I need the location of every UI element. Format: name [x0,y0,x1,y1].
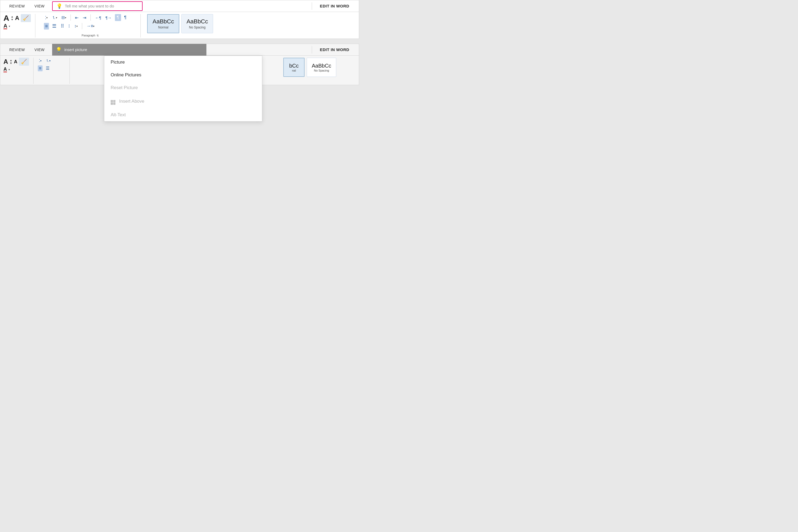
justify-icon: ⁝ [68,23,70,29]
bullet-dropdown-arrow[interactable]: ▾ [46,16,48,19]
numbered-dropdown-arrow[interactable]: ▾ [56,16,57,19]
align-right-button[interactable]: ⠿ [60,23,65,30]
line-spacing-arrow[interactable]: ▾ [76,25,78,28]
style-no-spacing-label: No Spacing [189,25,206,29]
numbered-list-button[interactable]: ⒈ ▾ [51,15,58,21]
bottom-lightbulb-icon: 💡 [56,47,62,53]
table-icon [111,98,115,105]
tell-me-active-input[interactable] [64,48,203,52]
bottom-font-section: A ▲▼ A 🧹 A ▾ [3,58,34,84]
decrease-font-button[interactable]: A [15,15,19,21]
bottom-numbered-list-icon: ⒈ [46,58,49,63]
font-color-row: A ▾ [3,23,31,29]
divider-1 [71,14,71,21]
rtl-paragraph-button[interactable]: ¶ [123,15,128,20]
bottom-tab-bar: REVIEW VIEW 💡 EDIT IN WORD [0,44,359,56]
tab-view[interactable]: VIEW [30,0,50,12]
bottom-eraser-icon: 🧹 [21,59,27,64]
increase-indent-button[interactable]: ⇥ [82,15,87,21]
style-no-spacing[interactable]: AaBbCc No Spacing [182,14,213,33]
align-left-icon: ≡ [45,23,48,29]
align-left-button[interactable]: ≡ [44,23,49,30]
bottom-para-row-1: ⁚ ▾ ⒈ ▾ [38,58,65,63]
styles-section: AaBbCc Normal AaBbCc No Spacing [145,14,220,38]
style-no-spacing-text: AaBbCc [187,18,208,25]
bottom-numbered-arrow[interactable]: ▾ [49,59,51,62]
decrease-indent-icon: ⇤ [75,15,78,20]
bottom-font-color-dropdown-arrow[interactable]: ▾ [8,68,10,71]
bottom-font-color-row: A ▾ [3,67,29,72]
indent-more-button[interactable]: →≡ ▾ [86,23,95,29]
ltr-button[interactable]: ←¶ [94,15,102,20]
font-color-button[interactable]: A [3,23,7,29]
eraser-icon: 🧹 [23,15,29,21]
dropdown-item-insert-above: Insert Above [104,94,262,109]
style-normal-label: Normal [158,25,168,29]
bottom-style-normal-label: nal [292,69,296,72]
style-normal[interactable]: AaBbCc Normal [147,14,179,33]
top-ribbon: A ▲▼ A 🧹 A ▾ ⁚ ▾ ⒈ [0,12,359,39]
font-color-dropdown-arrow[interactable]: ▾ [9,25,10,28]
bottom-font-color-button[interactable]: A [3,67,7,72]
multilevel-list-icon: ⊟ [61,15,65,20]
bottom-style-no-spacing-text: AaBbCc [312,63,331,69]
justify-button[interactable]: ⁝ [67,23,71,30]
tell-me-search-box[interactable]: 💡 [52,1,142,11]
align-center-button[interactable]: ☰ [51,23,57,30]
show-paragraphs-button[interactable]: ¶ [115,14,121,21]
dropdown-item-reset-picture: Reset Picture [104,81,262,94]
bottom-font-size-arrows[interactable]: ▲▼ [10,59,12,65]
bottom-styles-row: bCc nal AaBbCc No Spacing [283,58,354,77]
font-size-row: A ▲▼ A 🧹 [3,14,31,22]
bottom-style-no-spacing[interactable]: AaBbCc No Spacing [307,58,336,77]
align-right-icon: ⠿ [61,23,64,29]
bottom-numbered-list-button[interactable]: ⒈ ▾ [45,58,52,63]
multilevel-dropdown-arrow[interactable]: ▾ [65,16,66,19]
style-normal-text: AaBbCc [152,18,174,25]
bottom-align-left-button[interactable]: ≡ [38,65,42,71]
bullet-list-button[interactable]: ⁚ ▾ [44,15,49,21]
decrease-indent-button[interactable]: ⇤ [74,15,79,21]
dropdown-item-picture[interactable]: Picture [104,56,262,69]
bottom-para-row-2: ≡ ☰ [38,65,65,71]
bottom-increase-font-button[interactable]: A [3,58,8,65]
align-center-icon: ☰ [52,23,56,29]
multilevel-list-button[interactable]: ⊟ ▾ [60,15,67,20]
tell-me-active-box[interactable]: 💡 [52,44,206,56]
paragraph-section: ⁚ ▾ ⒈ ▾ ⊟ ▾ ⇤ [40,14,141,38]
lightbulb-icon: 💡 [56,3,62,9]
divider-3 [82,23,82,29]
bottom-paragraph-section: ⁚ ▾ ⒈ ▾ ≡ ☰ [38,58,70,84]
bottom-decrease-font-button[interactable]: A [14,59,17,64]
clear-formatting-button[interactable]: 🧹 [21,14,31,22]
bottom-bullet-list-button[interactable]: ⁚ ▾ [38,58,42,63]
indent-more-arrow[interactable]: ▾ [93,25,94,28]
bottom-edit-in-word-button[interactable]: EDIT IN WORD [315,48,355,52]
tab-separator [312,2,312,10]
line-spacing-button[interactable]: ↕ ▾ [73,23,79,29]
dropdown-item-online-pictures[interactable]: Online Pictures [104,69,262,81]
bottom-bullet-arrow[interactable]: ▾ [40,59,41,62]
bottom-font-size-row: A ▲▼ A 🧹 [3,58,29,66]
ltr-icon: ←¶ [95,15,101,20]
font-size-arrows[interactable]: ▲▼ [11,15,14,21]
bottom-tab-view[interactable]: VIEW [30,44,50,56]
top-panel: REVIEW VIEW 💡 EDIT IN WORD A ▲▼ A 🧹 A ▾ [0,0,359,39]
bottom-align-center-button[interactable]: ☰ [45,65,51,71]
bottom-clear-formatting-button[interactable]: 🧹 [19,58,29,66]
bottom-style-normal[interactable]: bCc nal [283,58,305,77]
rtl-button[interactable]: ¶→ [104,15,113,20]
tab-review[interactable]: REVIEW [4,0,30,12]
increase-font-button[interactable]: A [3,14,9,22]
rtl-icon: ¶→ [106,15,112,20]
insert-above-label: Insert Above [119,99,145,104]
edit-in-word-button[interactable]: EDIT IN WORD [315,4,355,8]
bottom-align-left-icon: ≡ [39,66,41,71]
top-tab-bar: REVIEW VIEW 💡 EDIT IN WORD [0,0,359,12]
tell-me-input[interactable] [65,4,138,8]
bottom-style-normal-text: bCc [289,63,299,69]
bottom-panel: REVIEW VIEW 💡 EDIT IN WORD Picture Onlin… [0,44,359,85]
dropdown-item-alt-text: Alt-Text [104,109,262,121]
bottom-tab-review[interactable]: REVIEW [4,44,30,56]
bottom-tab-separator [312,46,312,54]
